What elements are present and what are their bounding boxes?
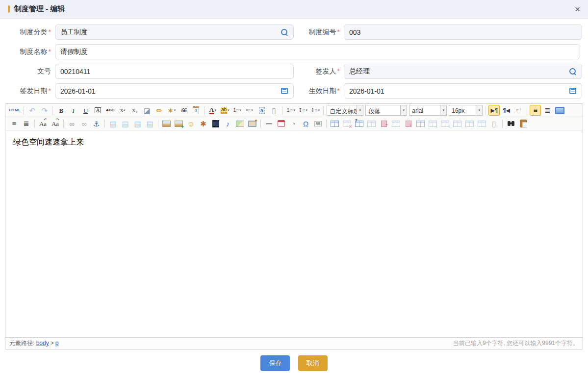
delete-row-button[interactable]: [403, 118, 414, 129]
align-justify-button[interactable]: ≣: [542, 105, 553, 116]
highlight-color-button[interactable]: ab▾: [219, 105, 230, 116]
insert-image-button[interactable]: [161, 118, 172, 129]
row-prop-button[interactable]: [366, 118, 377, 129]
calendar-icon[interactable]: [569, 88, 576, 94]
ordered-list-button[interactable]: 1≡▾: [231, 105, 243, 116]
cell-prop-button[interactable]: [415, 118, 426, 129]
insert-music-button[interactable]: ♪: [222, 118, 233, 129]
paragraph-select[interactable]: 段落▾: [365, 105, 407, 116]
word-import-button[interactable]: W: [312, 118, 324, 129]
chevron-down-icon[interactable]: ▾: [476, 105, 482, 115]
effective-date-input[interactable]: [344, 83, 582, 99]
line-height-button[interactable]: ⇕≡▾: [309, 105, 321, 116]
delete-table-button[interactable]: [341, 118, 353, 129]
calendar-icon[interactable]: [281, 88, 288, 94]
split-cols-button[interactable]: [476, 118, 487, 129]
paste-button[interactable]: [517, 118, 529, 129]
editor-status-bar: 元素路径: body>p 当前已输入9个字符, 您还可以输入9991个字符。: [5, 337, 583, 349]
strikethrough-button[interactable]: ABC: [104, 105, 116, 116]
font-color-button[interactable]: A▾: [207, 105, 218, 116]
insert-col-button[interactable]: [427, 118, 438, 129]
fullscreen-button[interactable]: [554, 105, 565, 116]
remove-format-button[interactable]: ◪: [141, 105, 153, 116]
underline-button[interactable]: U: [80, 105, 91, 116]
italic-button[interactable]: I: [68, 105, 79, 116]
insert-row-button[interactable]: [439, 118, 451, 129]
uppercase-button[interactable]: Aa: [37, 118, 49, 129]
undo-button[interactable]: ↶: [26, 105, 38, 116]
number-input[interactable]: [344, 25, 582, 40]
superscript-button[interactable]: X²: [117, 105, 128, 116]
chevron-down-icon[interactable]: ▾: [400, 105, 407, 115]
unlink-button[interactable]: ∞: [78, 118, 90, 129]
search-icon[interactable]: [281, 29, 288, 36]
category-input[interactable]: [55, 25, 294, 40]
insert-date-button[interactable]: [276, 118, 287, 129]
first-line-indent-button[interactable]: ▤: [107, 118, 119, 129]
find-replace-button[interactable]: [505, 118, 516, 129]
source-code-button[interactable]: HTML: [8, 105, 21, 116]
auto-typeset-button[interactable]: ≡⁺: [513, 105, 524, 116]
format-brush-button[interactable]: ✏: [153, 105, 165, 116]
increase-indent-button[interactable]: ▤: [120, 118, 131, 129]
bold-button[interactable]: B: [55, 105, 67, 116]
align-left-button[interactable]: ≡: [530, 105, 541, 116]
merge-right-button[interactable]: [378, 118, 389, 129]
word-art-button[interactable]: ✱: [198, 118, 209, 129]
font-family-select[interactable]: arial▾: [409, 105, 447, 116]
horizontal-rule-button[interactable]: —: [263, 118, 275, 129]
doc-no-input[interactable]: [55, 64, 294, 79]
toolbar-separator: [502, 120, 503, 128]
ltr-button[interactable]: ▶¶: [488, 105, 500, 116]
multi-image-button[interactable]: [173, 118, 184, 129]
new-document-button[interactable]: ▯: [268, 105, 280, 116]
insert-video-button[interactable]: [210, 118, 221, 129]
anchor-button[interactable]: ⚓: [91, 118, 102, 129]
close-icon[interactable]: ×: [575, 4, 580, 14]
space-before-button[interactable]: ↥≡▾: [285, 105, 296, 116]
save-button[interactable]: 保存: [260, 355, 290, 371]
toolbar-separator: [158, 120, 158, 128]
blockquote-button[interactable]: 66: [178, 105, 189, 116]
redo-button[interactable]: ↷: [39, 105, 50, 116]
editor-content[interactable]: 绿色空间速速拿上来: [5, 130, 583, 337]
space-after-button[interactable]: ↧≡▾: [297, 105, 308, 116]
search-icon[interactable]: [569, 68, 576, 75]
table-prop-button[interactable]: [354, 118, 365, 129]
emoticon-button[interactable]: ☺: [185, 118, 197, 129]
split-rows-button[interactable]: [464, 118, 475, 129]
chevron-down-icon[interactable]: ▾: [440, 105, 446, 115]
border-style-button[interactable]: A: [92, 105, 103, 116]
decrease-indent-button[interactable]: ▤: [132, 118, 143, 129]
block-indent-button[interactable]: ▤: [144, 118, 155, 129]
paragraph-indent-button[interactable]: ≡: [8, 118, 20, 129]
path-link-body[interactable]: body: [36, 340, 49, 347]
insert-table-button[interactable]: [329, 118, 340, 129]
name-input[interactable]: [55, 44, 580, 59]
issue-date-input[interactable]: [55, 83, 294, 99]
special-char-button[interactable]: Ω: [300, 118, 311, 129]
font-size-select[interactable]: 16px▾: [449, 105, 483, 116]
cancel-button[interactable]: 取消: [298, 355, 328, 371]
unordered-list-button[interactable]: •≡▾: [244, 105, 255, 116]
quick-format-button[interactable]: ✶▾: [166, 105, 177, 116]
issuer-input[interactable]: [344, 64, 582, 79]
inline-anchor-button[interactable]: a: [256, 105, 267, 116]
toolbar-separator: [323, 106, 324, 115]
rtl-button[interactable]: ¶◀: [501, 105, 512, 116]
paste-plain-button[interactable]: T: [190, 105, 202, 116]
link-button[interactable]: ∞: [66, 118, 77, 129]
subscript-button[interactable]: X₂: [129, 105, 140, 116]
screen-capture-button[interactable]: [247, 118, 258, 129]
insert-time-button[interactable]: ◔: [288, 118, 299, 129]
path-link-p[interactable]: p: [55, 340, 59, 347]
delete-col-button[interactable]: [390, 118, 402, 129]
lowercase-button[interactable]: Aa: [50, 118, 61, 129]
justify-full-button[interactable]: ≣: [21, 118, 32, 129]
chevron-down-icon[interactable]: ▾: [357, 105, 363, 115]
page-break-button[interactable]: ▯: [488, 118, 500, 129]
merge-cells-button[interactable]: [452, 118, 463, 129]
insert-map-button[interactable]: [234, 118, 246, 129]
required-mark: *: [337, 67, 340, 75]
custom-title-select[interactable]: 自定义标题▾: [327, 105, 363, 116]
